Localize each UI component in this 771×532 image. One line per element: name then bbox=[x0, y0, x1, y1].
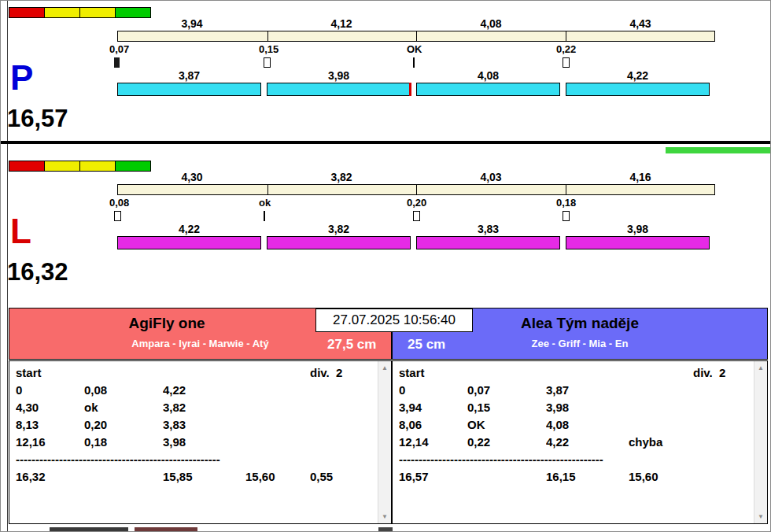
cell: 12,14 bbox=[399, 434, 467, 451]
lane-letter: P bbox=[10, 59, 33, 97]
strip-red-cell bbox=[9, 161, 45, 172]
jump-height-left: 27,5 cm bbox=[327, 337, 376, 353]
separator-line: ----------------------------------------… bbox=[399, 451, 753, 468]
dog-bar bbox=[566, 236, 710, 249]
cell: 4,22 bbox=[163, 382, 245, 399]
background-window-fragment bbox=[50, 527, 128, 532]
total-time: 16,32 bbox=[16, 468, 84, 486]
dog-time: 3,87 bbox=[117, 69, 261, 82]
separator-line: ----------------------------------------… bbox=[16, 451, 377, 468]
cell: 0 bbox=[16, 382, 84, 399]
cell: 3,94 bbox=[399, 399, 467, 416]
exchange-marker-icon bbox=[563, 57, 570, 68]
segment-time: 3,82 bbox=[267, 171, 416, 183]
cell bbox=[629, 382, 693, 399]
timeline-tick bbox=[416, 31, 417, 41]
lane-letter: L bbox=[10, 212, 31, 250]
exchange-marker-icon bbox=[413, 211, 420, 221]
result-row: 0 0,07 3,87 bbox=[399, 382, 753, 399]
vertical-scrollbar[interactable]: ▲ ▼ bbox=[754, 361, 767, 523]
segment-timeline-bar bbox=[117, 184, 715, 195]
scroll-down-icon[interactable]: ▼ bbox=[754, 510, 767, 523]
cell: 3,98 bbox=[163, 434, 245, 451]
exchange-time-label: OK bbox=[407, 43, 462, 55]
strip-green-cell bbox=[115, 7, 151, 18]
lane-divider bbox=[1, 141, 771, 144]
timeline-tick bbox=[566, 31, 566, 41]
dog-bar bbox=[267, 83, 411, 96]
cell-empty bbox=[163, 364, 245, 382]
exchange-time-label: 0,08 bbox=[109, 197, 164, 209]
fault-label: chyba bbox=[629, 434, 693, 451]
cell: 3,98 bbox=[546, 399, 629, 416]
lane-total-time: 16,32 bbox=[7, 258, 68, 286]
traffic-light-strip bbox=[9, 161, 151, 172]
timeline-tick bbox=[566, 185, 566, 194]
lane-P-panel: 3,94 4,12 4,08 4,43 0,07 0,15 OK 0,22 3,… bbox=[1, 7, 771, 141]
dog-time: 4,22 bbox=[117, 223, 261, 235]
total-time: 16,57 bbox=[399, 468, 467, 486]
segment-times-row: 3,94 4,12 4,08 4,43 bbox=[117, 17, 715, 30]
result-row: 12,14 0,22 4,22 chyba bbox=[399, 434, 753, 451]
cell-empty bbox=[629, 364, 693, 382]
vertical-scrollbar[interactable]: ▲ ▼ bbox=[378, 361, 391, 523]
scroll-up-icon[interactable]: ▲ bbox=[754, 361, 767, 375]
dog-time: 3,98 bbox=[267, 69, 411, 82]
segment-time: 4,43 bbox=[566, 17, 715, 30]
dog-time: 3,82 bbox=[267, 223, 411, 235]
timeline-tick bbox=[416, 185, 417, 194]
background-window-fragment bbox=[378, 527, 393, 532]
result-table: start div. 2 0 0,08 4,22 4,30 ok 3,82 8,… bbox=[16, 364, 377, 486]
result-row: 0 0,08 4,22 bbox=[16, 382, 377, 399]
timeline-tick bbox=[267, 31, 268, 41]
cell bbox=[629, 416, 693, 434]
exchange-marker-icon bbox=[264, 57, 271, 68]
clean-time: 16,15 bbox=[546, 468, 629, 486]
segment-time: 4,03 bbox=[416, 171, 566, 183]
cell: 0,08 bbox=[84, 382, 163, 399]
dog-times-row: 4,22 3,82 3,83 3,98 bbox=[117, 223, 721, 235]
exchange-time-label: 0,20 bbox=[407, 197, 462, 209]
segment-time: 3,94 bbox=[117, 17, 267, 30]
exchange-time-label: ok bbox=[259, 197, 314, 209]
cell-empty bbox=[84, 364, 163, 382]
scroll-down-icon[interactable]: ▼ bbox=[378, 510, 391, 523]
dog-bars-row bbox=[117, 236, 710, 249]
lane-L-panel: 4,30 3,82 4,03 4,16 0,08 ok 0,20 0,18 4,… bbox=[1, 161, 771, 294]
dog-time: 3,83 bbox=[416, 223, 560, 235]
cell: 0,07 bbox=[467, 382, 546, 399]
result-totals-row: 16,32 15,85 15,60 0,55 bbox=[16, 468, 377, 486]
strip-yellow-cell-2 bbox=[79, 161, 116, 172]
dog-times-row: 3,87 3,98 4,08 4,22 bbox=[117, 69, 721, 82]
result-row: 8,13 0,20 3,83 bbox=[16, 416, 377, 434]
cell bbox=[245, 382, 310, 399]
cell bbox=[245, 416, 310, 434]
result-row: 4,30 ok 3,82 bbox=[16, 399, 377, 416]
result-row: 12,16 0,18 3,98 bbox=[16, 434, 377, 451]
segment-time: 4,12 bbox=[267, 17, 416, 30]
cell-empty bbox=[467, 468, 546, 486]
cell: 8,13 bbox=[16, 416, 84, 434]
cell: 4,22 bbox=[546, 434, 629, 451]
cell: 3,87 bbox=[546, 382, 629, 399]
cell: 4,08 bbox=[546, 416, 629, 434]
result-panel-right: start div. 2 0 0,07 3,87 3,94 0,15 3,98 … bbox=[392, 360, 768, 524]
cell: 12,16 bbox=[16, 434, 84, 451]
cell: 0,18 bbox=[84, 434, 163, 451]
dog-bar bbox=[416, 236, 560, 249]
dog-bars-row bbox=[117, 83, 710, 96]
cell: 0,20 bbox=[84, 416, 163, 434]
best-time: 15,60 bbox=[629, 468, 693, 486]
scroll-up-icon[interactable]: ▲ bbox=[378, 361, 391, 375]
exchange-time-label: 0,15 bbox=[259, 43, 314, 55]
exchange-marker-icon bbox=[114, 211, 121, 221]
cell: 3,82 bbox=[163, 399, 245, 416]
dog-bar bbox=[416, 83, 560, 96]
diff-time bbox=[693, 468, 753, 486]
result-panel-left: start div. 2 0 0,08 4,22 4,30 ok 3,82 8,… bbox=[9, 360, 392, 524]
result-row: 8,06 OK 4,08 bbox=[399, 416, 753, 434]
clean-time: 15,85 bbox=[163, 468, 245, 486]
cell: 0,22 bbox=[467, 434, 546, 451]
exchange-time-label: 0,18 bbox=[556, 197, 611, 209]
segment-timeline-bar bbox=[117, 31, 715, 42]
